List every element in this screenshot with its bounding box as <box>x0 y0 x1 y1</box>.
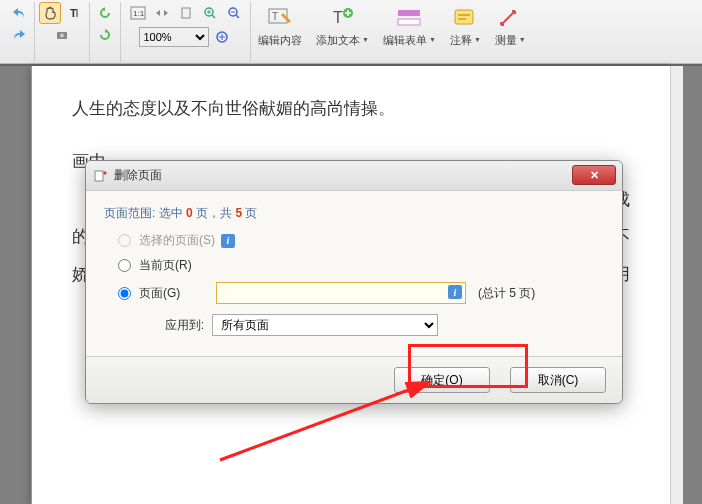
cancel-button[interactable]: 取消(C) <box>510 367 606 393</box>
page-range-input[interactable] <box>216 282 466 304</box>
radio-selected-pages[interactable]: 选择的页面(S) i <box>118 232 604 249</box>
hand-tool-button[interactable] <box>39 2 61 24</box>
annotate-button[interactable]: 注释▼ <box>443 2 488 51</box>
zoom-group: 1:1 100% <box>121 2 251 62</box>
dialog-close-button[interactable]: ✕ <box>572 165 616 185</box>
rotate-cw-button[interactable] <box>94 24 116 46</box>
radio-selected-input <box>118 234 131 247</box>
select-group: T <box>35 2 90 62</box>
zoom-in-2-button[interactable] <box>211 26 233 48</box>
annotate-label: 注释 <box>450 33 472 48</box>
rotate-group <box>90 2 121 62</box>
delete-pages-dialog: 删除页面 ✕ 页面范围: 选中 0 页，共 5 页 选择的页面(S) i 当前页… <box>85 160 623 404</box>
info-icon[interactable]: i <box>448 285 462 299</box>
page-range-summary: 页面范围: 选中 0 页，共 5 页 <box>104 205 604 222</box>
dialog-footer: 确定(O) 取消(C) <box>86 356 622 403</box>
radio-current-label: 当前页(R) <box>139 257 192 274</box>
undo-button[interactable] <box>8 2 30 24</box>
svg-text:T: T <box>70 7 77 19</box>
total-pages-label: (总计 5 页) <box>478 285 535 302</box>
svg-rect-23 <box>398 10 420 16</box>
svg-line-13 <box>236 15 239 18</box>
radio-selected-label: 选择的页面(S) <box>139 232 215 249</box>
dialog-title: 删除页面 <box>114 167 162 184</box>
snapshot-button[interactable] <box>51 24 73 46</box>
svg-line-30 <box>104 172 106 174</box>
dialog-body: 页面范围: 选中 0 页，共 5 页 选择的页面(S) i 当前页(R) 页面(… <box>86 191 622 356</box>
vertical-scrollbar[interactable] <box>670 66 683 504</box>
fit-page-button[interactable] <box>175 2 197 24</box>
chevron-down-icon: ▼ <box>429 36 436 43</box>
radio-current-input[interactable] <box>118 259 131 272</box>
svg-line-10 <box>212 15 215 18</box>
svg-rect-24 <box>398 19 420 25</box>
edit-form-icon <box>395 5 423 31</box>
zoom-out-button[interactable] <box>223 2 245 24</box>
apply-to-row: 应用到: 所有页面 <box>118 314 604 336</box>
actual-size-button[interactable]: 1:1 <box>127 2 149 24</box>
edit-form-label: 编辑表单 <box>383 33 427 48</box>
annotate-icon <box>451 5 479 31</box>
chevron-down-icon: ▼ <box>519 36 526 43</box>
rotate-ccw-button[interactable] <box>94 2 116 24</box>
add-text-icon: T <box>328 5 356 31</box>
radio-page-range-row: 页面(G) i (总计 5 页) <box>118 282 604 304</box>
chevron-down-icon: ▼ <box>474 36 481 43</box>
main-toolbar: T 1:1 100% T 编辑内容 T 添加文本▼ <box>0 0 702 64</box>
svg-rect-6 <box>182 8 190 18</box>
radio-pages-label: 页面(G) <box>139 285 180 302</box>
add-text-button[interactable]: T 添加文本▼ <box>309 2 376 51</box>
redo-button[interactable] <box>8 24 30 46</box>
chevron-down-icon: ▼ <box>362 36 369 43</box>
svg-text:1:1: 1:1 <box>133 9 145 18</box>
measure-button[interactable]: 测量▼ <box>488 2 533 51</box>
text-select-button[interactable]: T <box>63 2 85 24</box>
dialog-title-icon <box>92 168 108 184</box>
apply-to-label: 应用到: <box>118 317 204 334</box>
close-icon: ✕ <box>590 169 599 182</box>
radio-pages-input[interactable] <box>118 287 131 300</box>
radio-page-range[interactable]: 页面(G) <box>118 285 210 302</box>
doc-line-1: 人生的态度以及不向世俗献媚的高尚情操。 <box>72 90 630 127</box>
add-text-label: 添加文本 <box>316 33 360 48</box>
edit-content-button[interactable]: T 编辑内容 <box>251 2 309 51</box>
svg-rect-25 <box>455 10 473 24</box>
zoom-in-button[interactable] <box>199 2 221 24</box>
measure-label: 测量 <box>495 33 517 48</box>
measure-icon <box>496 5 524 31</box>
svg-rect-28 <box>95 171 103 181</box>
svg-text:T: T <box>333 9 343 26</box>
zoom-select[interactable]: 100% <box>139 27 209 47</box>
dialog-titlebar[interactable]: 删除页面 ✕ <box>86 161 622 191</box>
apply-to-select[interactable]: 所有页面 <box>212 314 438 336</box>
radio-current-page[interactable]: 当前页(R) <box>118 257 604 274</box>
ok-button[interactable]: 确定(O) <box>394 367 490 393</box>
svg-text:T: T <box>272 11 278 22</box>
svg-point-3 <box>60 34 64 38</box>
fit-width-button[interactable] <box>151 2 173 24</box>
edit-content-label: 编辑内容 <box>258 33 302 48</box>
edit-form-button[interactable]: 编辑表单▼ <box>376 2 443 51</box>
info-icon[interactable]: i <box>221 234 235 248</box>
history-group <box>4 2 35 62</box>
edit-content-icon: T <box>266 5 294 31</box>
